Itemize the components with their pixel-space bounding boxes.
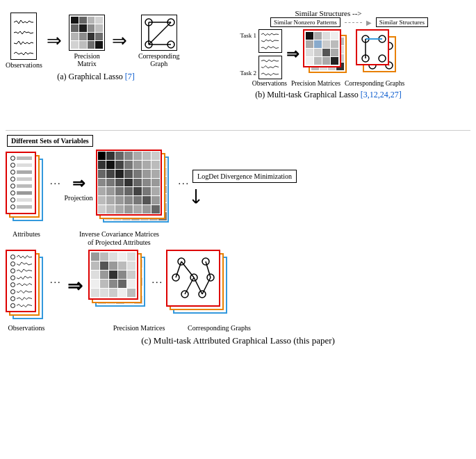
arrow-a1: ⇒	[47, 32, 62, 50]
precision-matrices-label-c: Precision Matrices	[108, 324, 170, 332]
top-row: Observations ⇒ Precision Matrix ⇒	[6, 6, 470, 127]
task1-label: Task 1	[240, 32, 257, 39]
inverse-cov-label: Inverse Covariance Matrices of Projected…	[79, 230, 159, 247]
graph-c-red	[166, 250, 220, 307]
signal-2	[14, 29, 33, 34]
observations-label-a: Observations	[6, 61, 42, 69]
prec-c-red	[88, 250, 138, 300]
arrow-b1: ⇒	[286, 45, 299, 63]
obs-box-red-c	[6, 250, 36, 312]
projection-label: Projection	[65, 194, 93, 202]
panel-a-graph: Corresponding Graph	[131, 15, 186, 67]
panel-b: Similar Structures --> Similar Nonzero P…	[186, 6, 470, 127]
large-matrix-stack	[96, 150, 176, 226]
similar-structures-label: Similar Structures	[379, 19, 425, 26]
prec-matrix-b-front	[303, 29, 341, 67]
svg-line-42	[194, 277, 202, 294]
panel-a-observations: Observations	[6, 13, 42, 69]
diff-vars-text: Different Sets of Variables	[11, 137, 89, 145]
svg-line-39	[181, 261, 194, 277]
attr-box-red	[6, 152, 36, 214]
upper-sub-row: ··· ⇒ Projection	[6, 150, 470, 226]
logdet-box: LogDet Divergence Minimization	[192, 170, 297, 183]
main-container: Observations ⇒ Precision Matrix ⇒	[0, 0, 476, 459]
panel-c-caption-text: (c) Multi-task Attributed Graphical Lass…	[141, 335, 335, 346]
stacked-graphs-b	[356, 29, 399, 79]
panel-b-content: Task 1 Task 2 ⇒	[186, 29, 470, 79]
task2-label: Task 2	[240, 70, 257, 76]
panel-b-caption-text: (b) Multi-task Graphical Lasso	[255, 90, 358, 99]
similar-nonzero-box: Similar Nonzero Patterns	[270, 17, 340, 27]
panel-a-caption: (a) Graphical Lasso [7]	[57, 72, 135, 82]
task2-obs-box	[258, 56, 282, 79]
task1-obs-box	[258, 29, 282, 53]
graph-stack-c	[166, 250, 232, 323]
dashed-arrowhead: ▶	[366, 19, 372, 26]
precision-matrix-a	[69, 15, 105, 51]
section-divider	[6, 130, 470, 131]
panel-a-matrix: Precision Matrix	[66, 15, 108, 67]
svg-line-43	[202, 277, 211, 294]
dots-after-matrix: ···	[179, 179, 190, 190]
upper-labels: Attributes Inverse Covariance Matrices o…	[6, 230, 470, 247]
similarity-labels: Similar Nonzero Patterns ▶ Similar Struc…	[270, 17, 428, 27]
graph-box-a	[141, 15, 177, 51]
corresponding-graphs-label-c: Corresponding Graphs	[186, 324, 252, 332]
arrow-projection: ⇒	[72, 175, 85, 193]
logdet-arrow-svg	[192, 186, 220, 207]
panel-c: Different Sets of Variables	[6, 135, 470, 346]
attr-stack	[6, 152, 47, 225]
panel-b-caption: (b) Multi-task Graphical Lasso [3,12,24,…	[255, 90, 401, 100]
corr-graphs-label-b: Corresponding Graphs	[345, 80, 404, 87]
prec-matrices-label-b: Precision Matrices	[291, 80, 340, 87]
precision-matrix-label-a: Precision Matrix	[66, 52, 108, 67]
panel-c-caption: (c) Multi-task Attributed Graphical Lass…	[6, 335, 470, 346]
svg-point-16	[379, 55, 386, 62]
obs-label-b: Observations	[252, 80, 287, 87]
large-matrix-red	[96, 150, 162, 216]
panel-a: Observations ⇒ Precision Matrix ⇒	[6, 6, 186, 127]
lower-labels: Observations Precision Matrices Correspo…	[6, 324, 470, 332]
panel-b-ref: [3,12,24,27]	[361, 90, 402, 99]
panel-a-caption-text: (a) Graphical Lasso	[57, 72, 123, 81]
multitask-obs: Task 1 Task 2	[258, 29, 282, 79]
prec-stack-c	[88, 250, 149, 323]
dots-after-attr: ···	[50, 179, 62, 190]
signal-4	[14, 49, 33, 55]
dashed-arrow	[345, 22, 362, 23]
logdet-label: LogDet Divergence Minimization	[197, 172, 292, 180]
dots-after-obs-c: ···	[50, 277, 62, 289]
obs-stack-c	[6, 250, 47, 323]
logdet-container: LogDet Divergence Minimization	[192, 170, 297, 207]
observations-label-c: Observations	[6, 324, 47, 332]
panel-a-content: Observations ⇒ Precision Matrix ⇒	[6, 13, 186, 69]
arrow-a2: ⇒	[112, 32, 127, 50]
similar-nonzero-label: Similar Nonzero Patterns	[274, 19, 337, 26]
graph-b-front	[356, 29, 389, 65]
signal-1	[14, 18, 33, 24]
similar-structures-box: Similar Structures	[376, 17, 428, 27]
arrow-obs-to-prec: ⇒	[67, 275, 83, 297]
signal-3	[14, 39, 33, 45]
lower-sub-row: ··· ⇒	[6, 250, 470, 323]
panel-a-ref: [7]	[125, 72, 135, 81]
svg-line-7	[149, 22, 171, 45]
svg-line-41	[185, 277, 194, 294]
panel-b-labels-row: Observations Precision Matrices Correspo…	[252, 80, 404, 87]
stacked-prec-b	[303, 29, 353, 79]
attributes-label: Attributes	[6, 230, 47, 247]
obs-box-a	[10, 13, 37, 60]
projection-arrow: ⇒ Projection	[65, 175, 93, 202]
corresponding-graph-label-a: Corresponding Graph	[131, 52, 186, 67]
dots-after-prec-c: ···	[152, 277, 164, 289]
diff-vars-label: Different Sets of Variables	[7, 135, 93, 147]
